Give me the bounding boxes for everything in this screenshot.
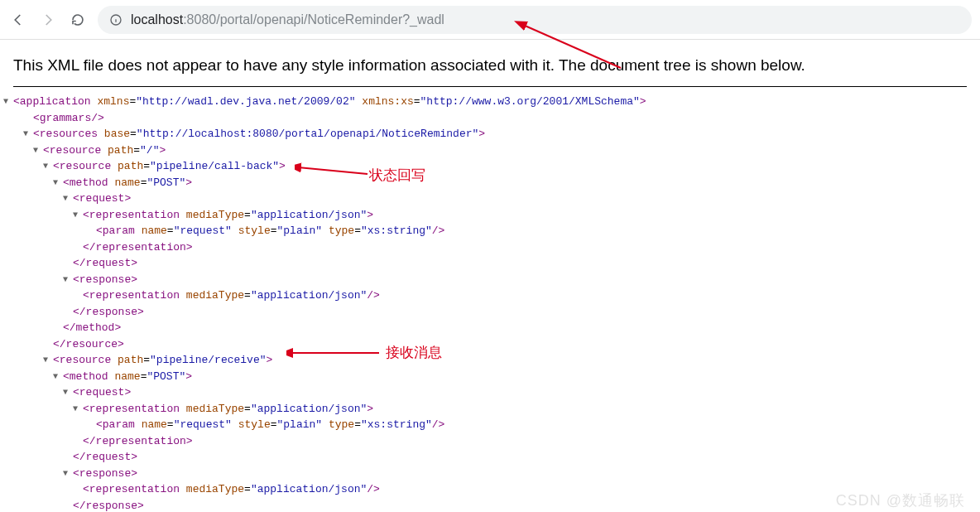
xml-line[interactable]: </representation> xyxy=(83,433,967,450)
back-icon[interactable] xyxy=(8,10,28,30)
xml-line[interactable]: ▼<request> xyxy=(73,191,967,207)
collapse-icon[interactable]: ▼ xyxy=(63,467,73,480)
xml-line[interactable]: </request> xyxy=(73,449,967,466)
collapse-icon[interactable]: ▼ xyxy=(33,144,43,157)
collapse-icon[interactable]: ▼ xyxy=(3,95,13,108)
collapse-icon[interactable]: ▼ xyxy=(23,128,33,140)
xml-line[interactable]: </request> xyxy=(73,255,967,272)
collapse-icon[interactable]: ▼ xyxy=(53,370,63,383)
xml-line[interactable]: ▼<resource path="pipeline/receive"> xyxy=(53,352,967,369)
collapse-icon[interactable]: ▼ xyxy=(53,176,63,189)
xml-line[interactable]: </response> xyxy=(73,498,967,513)
watermark: CSDN @数通畅联 xyxy=(836,490,965,510)
xml-notice: This XML file does not appear to have an… xyxy=(13,50,967,87)
xml-line[interactable]: ▼<application xmlns="http://wadl.dev.jav… xyxy=(13,94,967,110)
url-text: localhost:8080/portal/openapi/NoticeRemi… xyxy=(131,12,444,27)
xml-line[interactable]: ▼<representation mediaType="application/… xyxy=(83,401,967,418)
xml-line[interactable]: <grammars/> xyxy=(33,110,967,127)
xml-line[interactable]: <param name="request" style="plain" type… xyxy=(96,223,967,239)
xml-line[interactable]: ▼<method name="POST"> xyxy=(63,369,967,385)
collapse-icon[interactable]: ▼ xyxy=(43,354,53,366)
info-icon xyxy=(109,13,122,27)
xml-line[interactable]: </representation> xyxy=(83,239,967,256)
collapse-icon[interactable]: ▼ xyxy=(63,386,73,398)
xml-line[interactable]: ▼<response> xyxy=(73,272,967,288)
xml-line[interactable]: ▼<response> xyxy=(73,466,967,482)
xml-line[interactable]: ▼<representation mediaType="application/… xyxy=(83,207,967,224)
xml-tree: ▼<application xmlns="http://wadl.dev.jav… xyxy=(13,94,967,512)
xml-line[interactable]: </resource> xyxy=(53,336,967,353)
xml-line[interactable]: ▼<method name="POST"> xyxy=(63,175,967,191)
xml-line[interactable]: ▼<resource path="pipeline/call-back"> xyxy=(53,158,967,175)
collapse-icon[interactable]: ▼ xyxy=(63,273,73,286)
xml-line[interactable]: ▼<request> xyxy=(73,384,967,401)
collapse-icon[interactable]: ▼ xyxy=(63,192,73,205)
page-content: This XML file does not appear to have an… xyxy=(0,40,980,512)
reload-icon[interactable] xyxy=(68,10,88,30)
xml-line[interactable]: ▼<resource path="/"> xyxy=(43,142,967,159)
browser-toolbar: localhost:8080/portal/openapi/NoticeRemi… xyxy=(0,0,980,40)
address-bar[interactable]: localhost:8080/portal/openapi/NoticeRemi… xyxy=(98,6,972,34)
xml-line[interactable]: </method> xyxy=(63,320,967,336)
xml-line[interactable]: ▼<resources base="http://localhost:8080/… xyxy=(33,126,967,142)
collapse-icon[interactable]: ▼ xyxy=(73,209,83,221)
xml-line[interactable]: <representation mediaType="application/j… xyxy=(83,287,967,304)
xml-line[interactable]: <representation mediaType="application/j… xyxy=(83,481,967,498)
collapse-icon[interactable]: ▼ xyxy=(43,160,53,172)
xml-line[interactable]: </response> xyxy=(73,304,967,321)
collapse-icon[interactable]: ▼ xyxy=(73,403,83,415)
forward-icon[interactable] xyxy=(38,10,58,30)
xml-line[interactable]: <param name="request" style="plain" type… xyxy=(96,417,967,433)
